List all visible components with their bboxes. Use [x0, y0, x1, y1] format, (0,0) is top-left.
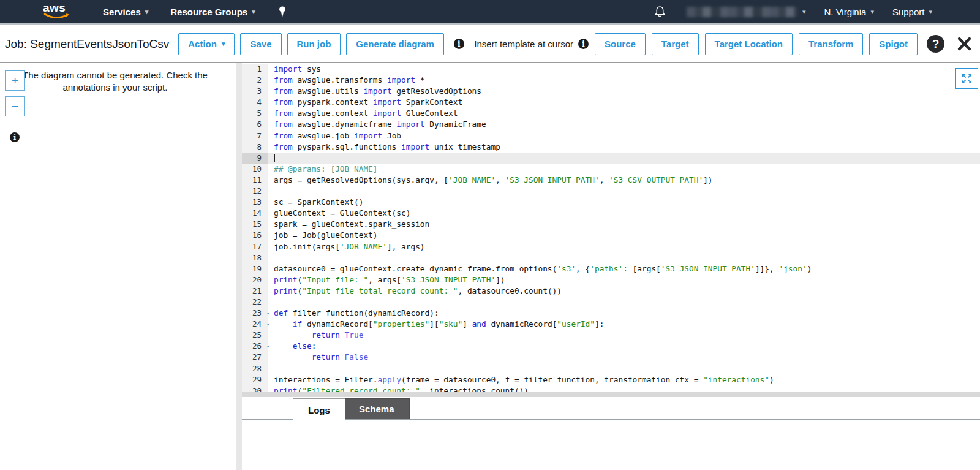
- code-text: [268, 153, 980, 164]
- tab-logs[interactable]: Logs: [293, 398, 345, 421]
- save-button[interactable]: Save: [240, 33, 281, 55]
- code-line[interactable]: 29interactions = Filter.apply(frame = da…: [242, 374, 980, 385]
- line-number: 9: [242, 153, 268, 164]
- code-line[interactable]: 14glueContext = GlueContext(sc): [242, 208, 980, 219]
- generate-diagram-button[interactable]: Generate diagram: [346, 33, 444, 55]
- expand-editor-button[interactable]: [956, 68, 978, 89]
- line-number: 1: [242, 64, 268, 75]
- info-icon[interactable]: i: [578, 39, 589, 49]
- code-text: [268, 363, 980, 374]
- region-menu[interactable]: N. Virginia ▾: [824, 7, 873, 17]
- code-line[interactable]: 27 return False: [242, 352, 980, 363]
- insert-target-button[interactable]: Target: [652, 33, 699, 55]
- text-cursor: [274, 154, 275, 162]
- code-text: ## @params: [JOB_NAME]: [268, 164, 980, 175]
- code-text: from awsglue.context import GlueContext: [268, 108, 980, 119]
- tabbar-rule: [242, 419, 980, 420]
- line-number: 13: [242, 197, 268, 208]
- code-line[interactable]: 23▾def filter_function(dynamicRecord):: [242, 308, 980, 319]
- region-label: N. Virginia: [824, 7, 866, 17]
- code-line[interactable]: 8from pyspark.sql.functions import unix_…: [242, 142, 980, 153]
- line-number: 12: [242, 186, 268, 197]
- code-text: [268, 297, 980, 308]
- code-line[interactable]: 17job.init(args['JOB_NAME'], args): [242, 241, 980, 252]
- fold-arrow-icon[interactable]: ▾: [266, 341, 270, 352]
- action-dropdown-button[interactable]: Action ▾: [178, 33, 235, 55]
- info-icon[interactable]: i: [454, 39, 464, 49]
- code-line[interactable]: 13sc = SparkContext(): [242, 197, 980, 208]
- notifications-bell-button[interactable]: [654, 6, 666, 18]
- account-menu[interactable]: ▾: [687, 7, 806, 17]
- line-number: 2: [242, 75, 268, 86]
- code-line[interactable]: 9: [242, 153, 980, 164]
- line-number: 23▾: [242, 308, 268, 319]
- chevron-down-icon: ▾: [870, 8, 874, 16]
- insert-transform-button[interactable]: Transform: [799, 33, 863, 55]
- line-number: 22: [242, 297, 268, 308]
- code-text: from awsglue.utils import getResolvedOpt…: [268, 86, 980, 97]
- code-line[interactable]: 7from awsglue.job import Job: [242, 131, 980, 142]
- code-line[interactable]: 25 return True: [242, 330, 980, 341]
- code-line[interactable]: 16job = Job(glueContext): [242, 230, 980, 241]
- insert-source-button[interactable]: Source: [595, 33, 646, 55]
- nav-services-menu[interactable]: Services ▾: [103, 7, 148, 17]
- editor-bottom-strip: [242, 392, 980, 397]
- bottom-tabbar: Logs Schema: [242, 398, 980, 422]
- nav-resource-groups-menu[interactable]: Resource Groups ▾: [170, 7, 255, 17]
- job-toolbar: Job: SegmentEventsJsonToCsv Action ▾ Sav…: [0, 26, 980, 63]
- script-editor[interactable]: 1import sys2from awsglue.transforms impo…: [242, 63, 980, 392]
- nav-pin-button[interactable]: [277, 6, 287, 17]
- code-line[interactable]: 12: [242, 186, 980, 197]
- code-line[interactable]: 20print("Input file: ", args['S3_JSON_IN…: [242, 275, 980, 286]
- code-line[interactable]: 2from awsglue.transforms import *: [242, 75, 980, 86]
- code-line[interactable]: 22: [242, 297, 980, 308]
- nav-resource-groups-label: Resource Groups: [170, 7, 247, 17]
- code-text: args = getResolvedOptions(sys.argv, ['JO…: [268, 175, 980, 186]
- code-line[interactable]: 11args = getResolvedOptions(sys.argv, ['…: [242, 175, 980, 186]
- zoom-in-button[interactable]: +: [5, 70, 25, 91]
- panel-divider[interactable]: [236, 63, 242, 470]
- code-line[interactable]: 1import sys: [242, 64, 980, 75]
- chevron-down-icon: ▾: [222, 40, 225, 48]
- code-line[interactable]: 28: [242, 363, 980, 374]
- zoom-out-button[interactable]: −: [5, 96, 25, 116]
- line-number: 25: [242, 330, 268, 341]
- fold-arrow-icon[interactable]: ▾: [266, 319, 270, 330]
- code-line[interactable]: 24▾ if dynamicRecord["properties"]["sku"…: [242, 319, 980, 330]
- code-line[interactable]: 21print("Input file total record count: …: [242, 286, 980, 297]
- code-line[interactable]: 6from awsglue.dynamicframe import Dynami…: [242, 119, 980, 130]
- line-number: 29: [242, 374, 268, 385]
- code-text: from awsglue.dynamicframe import Dynamic…: [268, 119, 980, 130]
- code-editor-lines: 1import sys2from awsglue.transforms impo…: [242, 64, 980, 392]
- pushpin-icon: [277, 6, 287, 17]
- code-text: if dynamicRecord["properties"]["sku"] an…: [268, 319, 980, 330]
- code-line[interactable]: 15spark = glueContext.spark_session: [242, 219, 980, 230]
- tab-schema[interactable]: Schema: [344, 398, 410, 419]
- insert-spigot-button[interactable]: Spigot: [869, 33, 918, 55]
- code-line[interactable]: 26▾ else:: [242, 341, 980, 352]
- line-number: 16: [242, 230, 268, 241]
- help-button[interactable]: ?: [927, 35, 944, 53]
- code-line[interactable]: 10## @params: [JOB_NAME]: [242, 164, 980, 175]
- page-title: Job: SegmentEventsJsonToCsv: [5, 37, 169, 51]
- close-button[interactable]: [957, 36, 972, 51]
- line-number: 15: [242, 219, 268, 230]
- aws-logo[interactable]: aws: [43, 2, 71, 21]
- insert-target-location-button[interactable]: Target Location: [705, 33, 793, 55]
- diagram-error-message: The diagram cannot be generated. Check t…: [6, 69, 224, 94]
- code-line[interactable]: 5from awsglue.context import GlueContext: [242, 108, 980, 119]
- code-line[interactable]: 19datasource0 = glueContext.create_dynam…: [242, 263, 980, 275]
- code-text: return True: [268, 330, 980, 341]
- code-line[interactable]: 4from pyspark.context import SparkContex…: [242, 97, 980, 108]
- run-job-button[interactable]: Run job: [287, 33, 341, 55]
- info-icon[interactable]: i: [10, 132, 20, 142]
- fold-arrow-icon[interactable]: ▾: [266, 308, 270, 319]
- code-line[interactable]: 18: [242, 252, 980, 263]
- line-number: 4: [242, 97, 268, 108]
- code-line[interactable]: 30print("Filtered record count: ", inter…: [242, 385, 980, 392]
- line-number: 20: [242, 275, 268, 286]
- code-line[interactable]: 3from awsglue.utils import getResolvedOp…: [242, 86, 980, 97]
- support-menu[interactable]: Support ▾: [892, 7, 932, 17]
- line-number: 11: [242, 175, 268, 186]
- expand-icon: [962, 74, 972, 84]
